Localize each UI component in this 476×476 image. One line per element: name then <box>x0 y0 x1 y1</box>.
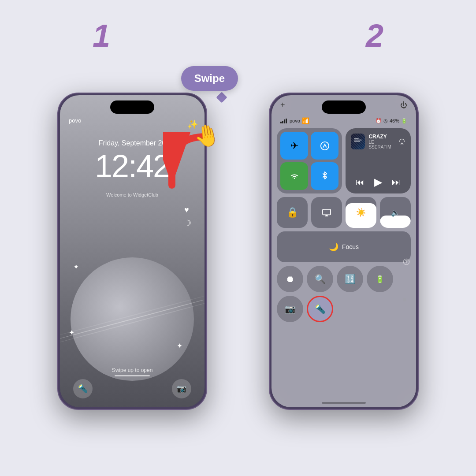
np-title: CRAZY <box>368 134 395 140</box>
phone2-inner: + ⏻ povo 📶 <box>271 95 416 407</box>
now-playing-block[interactable]: CRAZY LE SSERAFIM <box>346 128 411 193</box>
sparkle-hand-icon: ✨ <box>187 119 198 130</box>
lock-bottom-controls: 🔦 📷 <box>60 379 205 398</box>
rotation-lock-toggle[interactable]: 🔒 <box>277 197 308 228</box>
cc-battery-icon: 🔋 <box>401 118 407 124</box>
airplay-svg <box>398 138 405 145</box>
bar1 <box>280 122 282 123</box>
swipe-up-label: Swipe up to open <box>60 367 205 376</box>
album-art-texture <box>351 134 365 149</box>
np-top-row: CRAZY LE SSERAFIM <box>351 134 405 149</box>
screen-record-btn[interactable]: ⏺ <box>277 266 303 292</box>
lock-time: 12:42 <box>60 148 205 184</box>
signal-bars <box>280 118 287 123</box>
lock-icons: ♥ ☽ <box>184 205 191 228</box>
svg-rect-2 <box>323 209 331 215</box>
cc-power-icon: ⏻ <box>400 101 407 109</box>
cc-row-focus: 🌙 Focus <box>277 231 411 262</box>
swipe-bubble-tail <box>216 92 227 103</box>
swipe-bubble: Swipe <box>181 66 238 91</box>
cc-row-small-btns: ⏺ 🔍 🔢 🔋 <box>277 266 411 292</box>
volume-up-button[interactable] <box>57 146 58 164</box>
dynamic-island-1 <box>110 100 154 114</box>
phone2-power-button[interactable] <box>418 155 419 182</box>
moon-icon: ☽ <box>184 218 191 228</box>
flashlight-lock-icon[interactable]: 🔦 <box>73 379 93 398</box>
phone2-volume-down[interactable] <box>269 168 270 186</box>
flashlight-cc-btn[interactable]: 🔦 <box>307 296 333 322</box>
bluetooth-toggle[interactable] <box>311 162 338 190</box>
connectivity-block[interactable]: ✈ <box>277 128 342 193</box>
phone1-wrapper: Swipe 🤚 ✨ povo <box>57 75 207 410</box>
sparkle3-icon: ✦ <box>69 328 74 337</box>
rewind-button[interactable]: ⏮ <box>356 177 364 187</box>
power-button[interactable] <box>206 155 207 182</box>
step2-label: 2 <box>366 18 383 54</box>
battery-btn[interactable]: 🔋 <box>367 266 393 292</box>
album-art <box>351 134 365 149</box>
fast-forward-button[interactable]: ⏭ <box>392 177 401 187</box>
wifi-toggle[interactable] <box>280 162 308 190</box>
lock-carrier: povo <box>69 117 81 124</box>
bar3 <box>284 119 285 123</box>
cc-status-left: povo 📶 <box>280 117 309 124</box>
cc-location-icon: ◎ <box>383 118 388 124</box>
cc-status-bar: povo 📶 ⏰ ◎ 46% 🔋 <box>271 117 416 124</box>
phone1: povo Friday, September 20 12:42 Welcome … <box>57 93 207 410</box>
wifi-icon <box>290 172 299 180</box>
cc-battery-pct: 46% <box>390 118 399 123</box>
sparkle1-icon: ✦ <box>73 263 79 271</box>
volume-slider[interactable]: 🔈 <box>380 197 411 228</box>
phone1-inner: povo Friday, September 20 12:42 Welcome … <box>60 95 205 407</box>
dynamic-island-2 <box>322 100 366 114</box>
airplane-mode-toggle[interactable]: ✈ <box>280 132 308 160</box>
sparkle2-icon: ✦ <box>177 342 182 350</box>
phone2-volume-up[interactable] <box>269 146 270 164</box>
play-button[interactable]: ▶ <box>374 176 382 188</box>
cc-wifi-icon: 📶 <box>302 117 309 124</box>
focus-label: Focus <box>342 243 359 250</box>
cc-plus-icon: + <box>280 100 285 110</box>
volume-icon: 🔈 <box>380 197 411 228</box>
heart-icon: ♥ <box>184 205 191 215</box>
svg-point-1 <box>320 141 328 149</box>
screen-mirror-toggle[interactable] <box>311 197 342 228</box>
camera-cc-btn[interactable]: 📷 <box>277 296 303 322</box>
cc-carrier: povo <box>290 118 300 123</box>
cc-alarm-icon: ⏰ <box>376 118 382 124</box>
np-artist: LE SSERAFIM <box>368 140 395 149</box>
lock-date: Friday, September 20 <box>60 139 205 147</box>
airplay-icon[interactable] <box>398 138 405 146</box>
bar2 <box>282 121 283 123</box>
bluetooth-icon <box>322 171 328 181</box>
cc-row-top: ✈ <box>277 128 411 193</box>
lock-widget: Welcome to WidgetClub <box>60 192 205 197</box>
phone2: + ⏻ povo 📶 <box>269 93 419 410</box>
np-controls: ⏮ ▶ ⏭ <box>351 176 405 188</box>
control-center: + ⏻ povo 📶 <box>271 95 416 407</box>
home-indicator-2 <box>322 402 366 404</box>
phone2-wrapper: + ⏻ povo 📶 <box>269 75 419 410</box>
cc-signal-extra-icon <box>403 258 410 267</box>
cc-full-grid: ✈ <box>277 128 411 322</box>
cc-row-middle: 🔒 ☀️ <box>277 197 411 228</box>
focus-toggle[interactable]: 🌙 Focus <box>277 231 411 262</box>
camera-lock-icon[interactable]: 📷 <box>172 379 191 398</box>
airdrop-icon <box>320 141 330 151</box>
magnifier-btn[interactable]: 🔍 <box>307 266 333 292</box>
brightness-icon: ☀️ <box>346 197 376 228</box>
main-container: 1 2 Swipe 🤚 ✨ <box>0 0 476 476</box>
spacer <box>397 266 401 292</box>
cc-row-camera-flash: 📷 🔦 <box>277 296 411 322</box>
calculator-btn[interactable]: 🔢 <box>337 266 363 292</box>
np-info: CRAZY LE SSERAFIM <box>368 134 395 149</box>
mirror-icon <box>322 208 331 216</box>
step1-label: 1 <box>93 18 110 54</box>
bar4 <box>286 119 287 123</box>
moon-focus-icon: 🌙 <box>329 242 338 252</box>
volume-down-button[interactable] <box>57 168 58 186</box>
cc-status-right: ⏰ ◎ 46% 🔋 <box>376 118 407 124</box>
brightness-slider[interactable]: ☀️ <box>346 197 376 228</box>
cc-dot-indicator <box>403 298 406 301</box>
airdrop-toggle[interactable] <box>311 132 338 160</box>
